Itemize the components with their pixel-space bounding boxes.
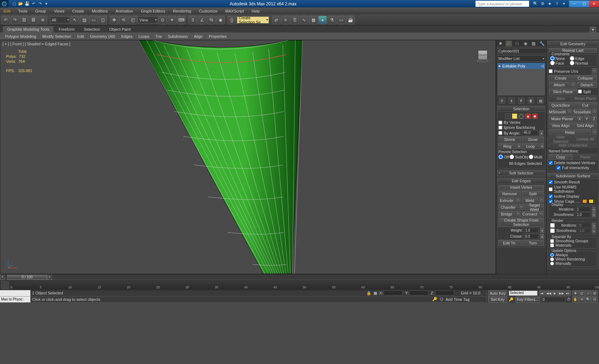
- transform-y-input[interactable]: [409, 290, 428, 295]
- loop-spinner[interactable]: ▴: [540, 143, 544, 148]
- window-crossing-button[interactable]: ◫: [98, 16, 107, 24]
- motion-tab-icon[interactable]: ◉: [522, 41, 529, 46]
- polygon-subobj-icon[interactable]: ■: [526, 113, 531, 119]
- smoothness-spinner[interactable]: 1.0: [576, 212, 590, 217]
- slider-prev-icon[interactable]: <: [0, 275, 5, 280]
- shrink-button[interactable]: Shrink: [498, 136, 521, 142]
- render-frame-button[interactable]: ▭: [337, 16, 345, 24]
- render-smoothness-spinner[interactable]: 1.0: [578, 228, 590, 233]
- next-frame-icon[interactable]: ▶▶: [558, 290, 564, 296]
- constraint-normal-radio[interactable]: [570, 61, 574, 65]
- orbit-icon[interactable]: ⟲: [579, 297, 585, 303]
- configure-icon[interactable]: ▤: [537, 97, 544, 104]
- iterations-spinner[interactable]: 1: [576, 207, 590, 212]
- menu-views[interactable]: Views: [52, 8, 66, 14]
- menu-tools[interactable]: Tools: [17, 8, 29, 14]
- lock-selection-icon[interactable]: 🔒: [366, 291, 371, 295]
- create-button[interactable]: Create: [549, 75, 573, 81]
- menu-maxscript[interactable]: MAXScript: [224, 8, 245, 14]
- planar-x-button[interactable]: X: [577, 116, 583, 122]
- by-vertex-checkbox[interactable]: [498, 121, 502, 125]
- cage-color-1[interactable]: [582, 199, 587, 203]
- open-icon[interactable]: 📂: [18, 1, 24, 7]
- make-planar-button[interactable]: Make Planar: [549, 116, 576, 122]
- tab-graphite[interactable]: Graphite Modeling Tools: [3, 26, 54, 32]
- panel-subdivision[interactable]: Subdivision: [166, 34, 190, 39]
- viewport-nav-4-icon[interactable]: ⊞: [592, 290, 598, 296]
- goto-end-icon[interactable]: ⏭: [565, 290, 571, 296]
- smoothing-groups-checkbox[interactable]: [550, 239, 554, 243]
- key-filter-combo[interactable]: Selected: [509, 290, 538, 296]
- collapse-button[interactable]: Collapse: [573, 75, 597, 81]
- detach-button[interactable]: Detach: [577, 82, 598, 88]
- angle-snap-button[interactable]: ∠: [198, 16, 206, 24]
- cage-color-2[interactable]: [589, 199, 594, 203]
- search-icon[interactable]: 🔍: [533, 1, 538, 7]
- panel-modify-selection[interactable]: Modify Selection: [40, 34, 73, 39]
- planar-y-button[interactable]: Y: [584, 116, 590, 122]
- chamfer-settings-icon[interactable]: □: [519, 204, 524, 210]
- dropdown-icon[interactable]: ▾: [561, 1, 567, 7]
- hierarchy-tab-icon[interactable]: ⚇: [514, 41, 520, 46]
- comm-center-icon[interactable]: ⚙: [540, 1, 545, 7]
- pivot-button[interactable]: ⊙: [158, 16, 167, 24]
- setkey-button[interactable]: Set Key: [488, 297, 507, 303]
- ring-spinner[interactable]: ▴: [517, 143, 521, 148]
- border-subobj-icon[interactable]: ◯: [519, 113, 524, 119]
- update-render-radio[interactable]: [550, 257, 554, 261]
- material-editor-button[interactable]: ●: [318, 16, 327, 24]
- cut-button[interactable]: Cut: [573, 102, 597, 108]
- link-button[interactable]: ⛓: [20, 16, 29, 24]
- unhide-all-button[interactable]: Unhide All: [573, 136, 597, 142]
- layers-button[interactable]: ☰: [290, 16, 299, 24]
- full-interactivity-checkbox[interactable]: [557, 166, 560, 170]
- vertex-subobj-icon[interactable]: ∴: [505, 113, 511, 119]
- menu-animation[interactable]: Animation: [114, 8, 134, 14]
- update-always-radio[interactable]: [550, 253, 554, 257]
- keyboard-toggle-button[interactable]: ⌨: [177, 16, 186, 24]
- msmooth-settings-icon[interactable]: □: [567, 109, 572, 115]
- curve-editor-button[interactable]: ∿: [300, 16, 308, 24]
- time-slider[interactable]: < 0 / 100 >: [0, 274, 599, 280]
- key-mode-icon[interactable]: 🔑: [509, 297, 514, 302]
- menu-group[interactable]: Group: [34, 8, 48, 14]
- constraint-edge-radio[interactable]: [570, 56, 574, 61]
- remove-button[interactable]: Remove: [498, 191, 521, 197]
- timeline-ruler[interactable]: /* ticks injected below */ 0510152025303…: [11, 281, 598, 289]
- goto-start-icon[interactable]: ⏮: [539, 290, 545, 296]
- menu-create[interactable]: Create: [71, 8, 85, 14]
- relax-settings-icon[interactable]: □: [592, 129, 597, 135]
- unlink-button[interactable]: ⛓̸: [29, 16, 38, 24]
- grow-button[interactable]: Grow: [522, 136, 544, 142]
- panel-align[interactable]: Align: [192, 34, 205, 39]
- play-icon[interactable]: ▶: [552, 290, 558, 296]
- copy-named-button[interactable]: Copy: [549, 154, 573, 160]
- track-bar[interactable]: /* ticks injected below */ 0510152025303…: [0, 280, 599, 290]
- undo-button[interactable]: ↶: [1, 16, 10, 24]
- weld-settings-icon[interactable]: □: [539, 197, 544, 203]
- time-slider-handle[interactable]: 0 / 100: [7, 275, 47, 280]
- render-iter-checkbox[interactable]: [550, 223, 555, 228]
- panel-properties[interactable]: Properties: [207, 34, 229, 39]
- display-tab-icon[interactable]: ▦: [531, 41, 537, 46]
- split-button[interactable]: Split: [522, 191, 544, 197]
- menu-customize[interactable]: Customize: [198, 8, 219, 14]
- hide-selected-button[interactable]: Hide Selected: [549, 136, 573, 142]
- render-smooth-checkbox[interactable]: [550, 228, 555, 233]
- maxscript-macro[interactable]: Max to Physc:: [0, 297, 30, 303]
- manipulate-button[interactable]: ✦: [168, 16, 176, 24]
- attach-button[interactable]: Attach: [549, 82, 570, 88]
- comm-icon[interactable]: 🗨: [440, 297, 443, 302]
- utilities-tab-icon[interactable]: 🔧: [539, 41, 545, 46]
- ref-coord-combo[interactable]: View: [138, 16, 158, 24]
- prev-frame-icon[interactable]: ◀◀: [545, 290, 552, 296]
- unique-icon[interactable]: ∀: [518, 97, 524, 104]
- select-object-button[interactable]: ↖: [71, 16, 79, 24]
- crease-spinner[interactable]: 0.0: [524, 234, 539, 239]
- project-icon[interactable]: ▾: [44, 1, 49, 7]
- abs-rel-icon[interactable]: ▦: [374, 291, 377, 295]
- new-icon[interactable]: ▢: [11, 1, 17, 7]
- edit-named-sel-button[interactable]: {}: [228, 16, 236, 24]
- relax-button[interactable]: Relax: [549, 129, 591, 135]
- tab-object-paint[interactable]: Object Paint: [105, 26, 135, 32]
